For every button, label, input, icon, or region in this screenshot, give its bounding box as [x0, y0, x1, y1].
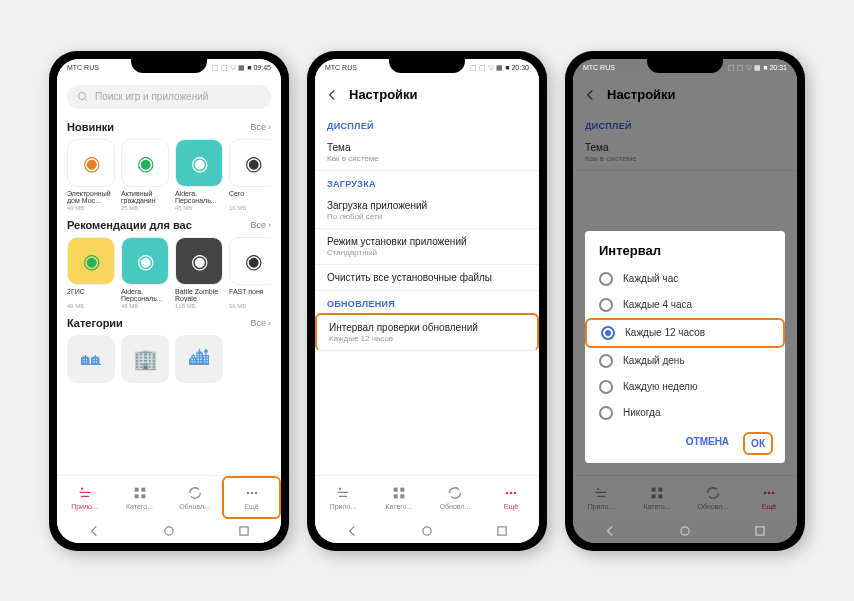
recent-nav[interactable] — [753, 524, 767, 538]
app-item[interactable]: ◉Battle Zombie Royale118 МБ — [175, 237, 223, 309]
svg-point-8 — [254, 491, 257, 494]
svg-rect-19 — [498, 526, 506, 534]
svg-rect-3 — [141, 487, 145, 491]
interval-dialog: Интервал Каждый час Каждые 4 часа Каждые… — [585, 231, 785, 463]
radio-4hours[interactable]: Каждые 4 часа — [585, 292, 785, 318]
app-item[interactable]: ◉Активный гражданин25 МБ — [121, 139, 169, 211]
tab-more[interactable]: Ещё — [222, 476, 281, 519]
setting-update-interval[interactable]: Интервал проверки обновлений Каждые 12 ч… — [315, 313, 539, 351]
radio-12hours[interactable]: Каждые 12 часов — [585, 318, 785, 348]
dialog-title: Интервал — [585, 243, 785, 266]
radio-never[interactable]: Никогда — [585, 400, 785, 426]
svg-point-7 — [250, 491, 253, 494]
svg-point-25 — [768, 491, 771, 494]
android-navbar — [573, 519, 797, 543]
svg-rect-4 — [134, 494, 138, 498]
setting-clear-files[interactable]: Очистить все установочные файлы — [315, 265, 539, 291]
more-link[interactable]: Все › — [250, 122, 271, 132]
svg-point-26 — [772, 491, 775, 494]
section-updates: ОБНОВЛЕНИЯ — [315, 291, 539, 313]
tab-updates[interactable]: Обновл... — [685, 476, 741, 519]
app-item[interactable]: ◉Aidera. Персональ...48 МБ — [121, 237, 169, 309]
svg-rect-11 — [394, 487, 398, 491]
app-item[interactable]: ◉2ГИС49 МБ — [67, 237, 115, 309]
tabbar: Прило... Катего... Обновл... Ещё — [573, 475, 797, 519]
topbar: Настройки — [315, 77, 539, 113]
tab-updates[interactable]: Обновл... — [167, 476, 222, 519]
back-icon[interactable] — [325, 88, 339, 102]
tab-updates[interactable]: Обновл... — [427, 476, 483, 519]
recent-nav[interactable] — [237, 524, 251, 538]
tab-apps[interactable]: Прило... — [57, 476, 112, 519]
tab-apps[interactable]: Прило... — [315, 476, 371, 519]
svg-rect-22 — [652, 494, 656, 498]
svg-rect-14 — [400, 494, 404, 498]
home-nav[interactable] — [420, 524, 434, 538]
section-cat: Категории — [67, 317, 123, 329]
setting-install-mode[interactable]: Режим установки приложений Стандартный — [315, 229, 539, 265]
tabbar: Прило... Катего... Обновл... Ещё — [315, 475, 539, 519]
svg-point-16 — [510, 491, 513, 494]
more-link[interactable]: Все › — [250, 318, 271, 328]
phone-1: МТС RUS ⬚ ⬚ ♡ ▦ ■ 09:45 Поиск игр и прил… — [49, 51, 289, 551]
svg-rect-23 — [658, 494, 662, 498]
tab-more[interactable]: Ещё — [741, 476, 797, 519]
svg-rect-28 — [756, 526, 764, 534]
svg-rect-10 — [240, 526, 248, 534]
app-item[interactable]: ◉Cero16 МБ — [229, 139, 271, 211]
svg-point-15 — [506, 491, 509, 494]
search-input[interactable]: Поиск игр и приложений — [67, 85, 271, 109]
tab-more[interactable]: Ещё — [483, 476, 539, 519]
tabbar: Прило... Катего... Обновл... Ещё — [57, 475, 281, 519]
svg-point-18 — [423, 526, 431, 534]
svg-rect-12 — [400, 487, 404, 491]
back-nav[interactable] — [345, 524, 359, 538]
svg-rect-5 — [141, 494, 145, 498]
radio-week[interactable]: Каждую неделю — [585, 374, 785, 400]
topbar: Настройки — [573, 77, 797, 113]
svg-point-0 — [79, 92, 86, 99]
section-display: ДИСПЛЕЙ — [315, 113, 539, 135]
app-item[interactable]: ◉FAST поня56 МБ — [229, 237, 271, 309]
android-navbar — [315, 519, 539, 543]
back-icon[interactable] — [583, 88, 597, 102]
page-title: Настройки — [607, 87, 676, 102]
svg-point-27 — [681, 526, 689, 534]
svg-point-9 — [165, 526, 173, 534]
phone-3: МТС RUS ⬚ ⬚ ♡ ▦ ■ 20:31 Настройки ДИСПЛЕ… — [565, 51, 805, 551]
ok-button[interactable]: ОК — [743, 432, 773, 455]
setting-download[interactable]: Загрузка приложений По любой сети — [315, 193, 539, 229]
svg-point-17 — [514, 491, 517, 494]
phone-2: МТС RUS ⬚ ⬚ ♡ ▦ ■ 20:30 Настройки ДИСПЛЕ… — [307, 51, 547, 551]
page-title: Настройки — [349, 87, 418, 102]
section-download: ЗАГРУЗКА — [315, 171, 539, 193]
svg-line-1 — [85, 98, 88, 101]
back-nav[interactable] — [603, 524, 617, 538]
more-link[interactable]: Все › — [250, 220, 271, 230]
radio-hour[interactable]: Каждый час — [585, 266, 785, 292]
tab-apps[interactable]: Прило... — [573, 476, 629, 519]
svg-rect-21 — [658, 487, 662, 491]
tab-categories[interactable]: Катего... — [629, 476, 685, 519]
back-nav[interactable] — [87, 524, 101, 538]
svg-rect-13 — [394, 494, 398, 498]
recent-nav[interactable] — [495, 524, 509, 538]
android-navbar — [57, 519, 281, 543]
svg-point-24 — [764, 491, 767, 494]
home-nav[interactable] — [162, 524, 176, 538]
section-new: Новинки — [67, 121, 114, 133]
search-icon — [77, 91, 89, 103]
tab-categories[interactable]: Катего... — [371, 476, 427, 519]
svg-rect-2 — [134, 487, 138, 491]
cancel-button[interactable]: ОТМЕНА — [680, 432, 735, 455]
svg-point-6 — [246, 491, 249, 494]
app-item[interactable]: ◉Электронный дом Мос...49 МБ — [67, 139, 115, 211]
setting-theme[interactable]: Тема Как в системе — [315, 135, 539, 171]
section-rec: Рекомендации для вас — [67, 219, 192, 231]
tab-categories[interactable]: Катего... — [112, 476, 167, 519]
radio-day[interactable]: Каждый день — [585, 348, 785, 374]
home-nav[interactable] — [678, 524, 692, 538]
app-item[interactable]: ◉Aidera. Персональ...48 МБ — [175, 139, 223, 211]
svg-rect-20 — [652, 487, 656, 491]
